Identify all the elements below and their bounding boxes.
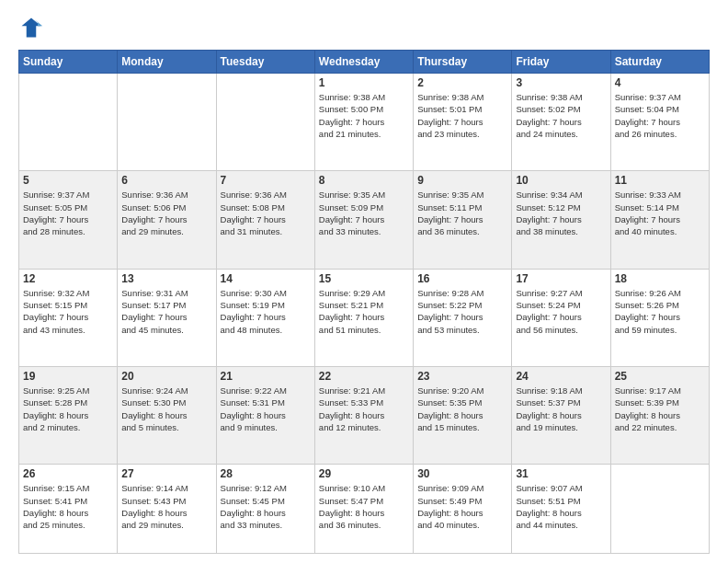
calendar-cell: 29Sunrise: 9:10 AM Sunset: 5:47 PM Dayli… <box>314 465 413 554</box>
calendar-cell <box>19 74 118 171</box>
logo-icon <box>18 15 44 40</box>
cell-content: Sunrise: 9:35 AM Sunset: 5:09 PM Dayligh… <box>319 189 409 237</box>
logo <box>18 15 48 40</box>
cell-content: Sunrise: 9:37 AM Sunset: 5:05 PM Dayligh… <box>23 189 113 237</box>
day-header-tuesday: Tuesday <box>216 51 314 74</box>
calendar-cell: 10Sunrise: 9:34 AM Sunset: 5:12 PM Dayli… <box>512 171 610 269</box>
cell-content: Sunrise: 9:31 AM Sunset: 5:17 PM Dayligh… <box>121 287 211 336</box>
cell-content: Sunrise: 9:10 AM Sunset: 5:47 PM Dayligh… <box>319 482 409 531</box>
day-number: 26 <box>23 467 113 480</box>
cell-content: Sunrise: 9:33 AM Sunset: 5:14 PM Dayligh… <box>615 189 705 237</box>
calendar-cell: 23Sunrise: 9:20 AM Sunset: 5:35 PM Dayli… <box>414 366 512 464</box>
day-number: 27 <box>121 467 211 480</box>
calendar-cell: 9Sunrise: 9:35 AM Sunset: 5:11 PM Daylig… <box>414 171 512 269</box>
calendar-cell: 8Sunrise: 9:35 AM Sunset: 5:09 PM Daylig… <box>314 171 413 269</box>
day-header-sunday: Sunday <box>19 51 118 74</box>
cell-content: Sunrise: 9:29 AM Sunset: 5:21 PM Dayligh… <box>319 287 409 336</box>
calendar-cell: 13Sunrise: 9:31 AM Sunset: 5:17 PM Dayli… <box>118 269 216 366</box>
cell-content: Sunrise: 9:25 AM Sunset: 5:28 PM Dayligh… <box>23 385 113 433</box>
day-number: 4 <box>615 76 705 89</box>
calendar-cell: 17Sunrise: 9:27 AM Sunset: 5:24 PM Dayli… <box>512 269 610 366</box>
calendar-cell: 22Sunrise: 9:21 AM Sunset: 5:33 PM Dayli… <box>314 366 413 464</box>
cell-content: Sunrise: 9:36 AM Sunset: 5:08 PM Dayligh… <box>221 189 311 237</box>
day-header-saturday: Saturday <box>610 51 709 74</box>
cell-content: Sunrise: 9:30 AM Sunset: 5:19 PM Dayligh… <box>221 287 311 336</box>
day-number: 5 <box>23 174 113 187</box>
cell-content: Sunrise: 9:26 AM Sunset: 5:26 PM Dayligh… <box>615 287 705 336</box>
day-number: 28 <box>221 467 311 480</box>
calendar-cell: 3Sunrise: 9:38 AM Sunset: 5:02 PM Daylig… <box>512 74 610 171</box>
calendar-cell <box>118 74 216 171</box>
cell-content: Sunrise: 9:12 AM Sunset: 5:45 PM Dayligh… <box>221 482 311 531</box>
calendar-week-5: 26Sunrise: 9:15 AM Sunset: 5:41 PM Dayli… <box>19 465 710 554</box>
day-number: 7 <box>221 174 311 187</box>
calendar-week-2: 5Sunrise: 9:37 AM Sunset: 5:05 PM Daylig… <box>19 171 710 269</box>
calendar-cell: 11Sunrise: 9:33 AM Sunset: 5:14 PM Dayli… <box>610 171 709 269</box>
cell-content: Sunrise: 9:32 AM Sunset: 5:15 PM Dayligh… <box>23 287 113 336</box>
day-number: 25 <box>615 370 705 383</box>
calendar-cell: 20Sunrise: 9:24 AM Sunset: 5:30 PM Dayli… <box>118 366 216 464</box>
day-number: 22 <box>319 370 409 383</box>
calendar-cell: 14Sunrise: 9:30 AM Sunset: 5:19 PM Dayli… <box>216 269 314 366</box>
page: SundayMondayTuesdayWednesdayThursdayFrid… <box>0 0 728 563</box>
cell-content: Sunrise: 9:17 AM Sunset: 5:39 PM Dayligh… <box>615 385 705 433</box>
calendar-week-3: 12Sunrise: 9:32 AM Sunset: 5:15 PM Dayli… <box>19 269 710 366</box>
cell-content: Sunrise: 9:35 AM Sunset: 5:11 PM Dayligh… <box>417 189 507 237</box>
calendar-cell: 5Sunrise: 9:37 AM Sunset: 5:05 PM Daylig… <box>19 171 118 269</box>
cell-content: Sunrise: 9:38 AM Sunset: 5:01 PM Dayligh… <box>417 91 507 140</box>
cell-content: Sunrise: 9:21 AM Sunset: 5:33 PM Dayligh… <box>319 385 409 433</box>
day-number: 1 <box>319 76 409 89</box>
day-number: 16 <box>417 272 507 285</box>
header <box>18 15 710 40</box>
cell-content: Sunrise: 9:28 AM Sunset: 5:22 PM Dayligh… <box>417 287 507 336</box>
cell-content: Sunrise: 9:20 AM Sunset: 5:35 PM Dayligh… <box>417 385 507 433</box>
cell-content: Sunrise: 9:09 AM Sunset: 5:49 PM Dayligh… <box>417 482 507 531</box>
calendar-cell: 2Sunrise: 9:38 AM Sunset: 5:01 PM Daylig… <box>414 74 512 171</box>
day-number: 19 <box>23 370 113 383</box>
cell-content: Sunrise: 9:14 AM Sunset: 5:43 PM Dayligh… <box>121 482 211 531</box>
day-number: 17 <box>516 272 606 285</box>
cell-content: Sunrise: 9:34 AM Sunset: 5:12 PM Dayligh… <box>516 189 606 237</box>
cell-content: Sunrise: 9:24 AM Sunset: 5:30 PM Dayligh… <box>121 385 211 433</box>
cell-content: Sunrise: 9:38 AM Sunset: 5:00 PM Dayligh… <box>319 91 409 140</box>
calendar-cell: 15Sunrise: 9:29 AM Sunset: 5:21 PM Dayli… <box>314 269 413 366</box>
cell-content: Sunrise: 9:36 AM Sunset: 5:06 PM Dayligh… <box>121 189 211 237</box>
day-number: 3 <box>516 76 606 89</box>
cell-content: Sunrise: 9:18 AM Sunset: 5:37 PM Dayligh… <box>516 385 606 433</box>
calendar-week-1: 1Sunrise: 9:38 AM Sunset: 5:00 PM Daylig… <box>19 74 710 171</box>
day-number: 20 <box>121 370 211 383</box>
day-number: 12 <box>23 272 113 285</box>
day-number: 24 <box>516 370 606 383</box>
day-number: 2 <box>417 76 507 89</box>
cell-content: Sunrise: 9:38 AM Sunset: 5:02 PM Dayligh… <box>516 91 606 140</box>
calendar-cell: 16Sunrise: 9:28 AM Sunset: 5:22 PM Dayli… <box>414 269 512 366</box>
day-number: 18 <box>615 272 705 285</box>
calendar-cell: 6Sunrise: 9:36 AM Sunset: 5:06 PM Daylig… <box>118 171 216 269</box>
day-number: 9 <box>417 174 507 187</box>
calendar-cell: 30Sunrise: 9:09 AM Sunset: 5:49 PM Dayli… <box>414 465 512 554</box>
day-number: 6 <box>121 174 211 187</box>
cell-content: Sunrise: 9:15 AM Sunset: 5:41 PM Dayligh… <box>23 482 113 531</box>
calendar-cell: 21Sunrise: 9:22 AM Sunset: 5:31 PM Dayli… <box>216 366 314 464</box>
calendar-cell: 31Sunrise: 9:07 AM Sunset: 5:51 PM Dayli… <box>512 465 610 554</box>
calendar-cell: 24Sunrise: 9:18 AM Sunset: 5:37 PM Dayli… <box>512 366 610 464</box>
cell-content: Sunrise: 9:22 AM Sunset: 5:31 PM Dayligh… <box>221 385 311 433</box>
day-number: 14 <box>221 272 311 285</box>
day-number: 10 <box>516 174 606 187</box>
calendar-cell: 1Sunrise: 9:38 AM Sunset: 5:00 PM Daylig… <box>314 74 413 171</box>
cell-content: Sunrise: 9:37 AM Sunset: 5:04 PM Dayligh… <box>615 91 705 140</box>
cell-content: Sunrise: 9:07 AM Sunset: 5:51 PM Dayligh… <box>516 482 606 531</box>
day-number: 8 <box>319 174 409 187</box>
day-header-wednesday: Wednesday <box>314 51 413 74</box>
day-header-friday: Friday <box>512 51 610 74</box>
day-number: 23 <box>417 370 507 383</box>
day-number: 15 <box>319 272 409 285</box>
calendar-cell: 27Sunrise: 9:14 AM Sunset: 5:43 PM Dayli… <box>118 465 216 554</box>
day-number: 21 <box>221 370 311 383</box>
calendar-cell: 26Sunrise: 9:15 AM Sunset: 5:41 PM Dayli… <box>19 465 118 554</box>
day-number: 31 <box>516 467 606 480</box>
day-header-thursday: Thursday <box>414 51 512 74</box>
calendar-week-4: 19Sunrise: 9:25 AM Sunset: 5:28 PM Dayli… <box>19 366 710 464</box>
day-number: 11 <box>615 174 705 187</box>
calendar-cell: 28Sunrise: 9:12 AM Sunset: 5:45 PM Dayli… <box>216 465 314 554</box>
